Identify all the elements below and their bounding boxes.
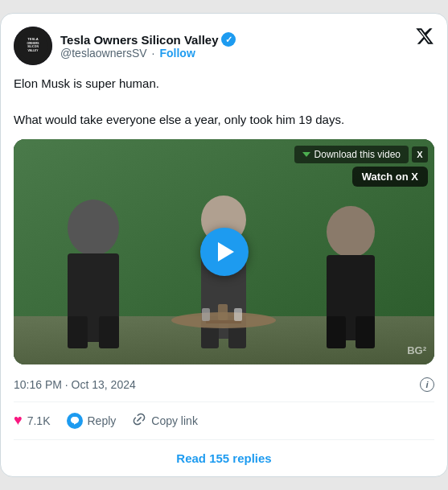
close-video-button[interactable]: X [412,146,428,163]
display-name-text: Tesla Owners Silicon Valley [60,33,218,47]
svg-rect-18 [356,316,375,348]
username: @teslaownersSV [60,47,147,60]
bg2-badge: BG² [407,344,426,356]
video-container[interactable]: Download this video X Watch on X BG² [14,139,434,364]
likes-action[interactable]: ♥ 7.1K [14,412,51,429]
tweet-line2: What would take everyone else a year, on… [14,113,344,126]
reply-label: Reply [88,414,117,427]
likes-count: 7.1K [27,414,51,427]
tweet-card: TESLA OWNERS SILICON VALLEY Tesla Owners… [0,13,448,477]
follow-button[interactable]: Follow [159,47,195,60]
video-overlay: Download this video X Watch on X [294,146,428,187]
download-label: Download this video [314,149,401,160]
svg-text:VALLEY: VALLEY [27,49,39,52]
copy-link-label: Copy link [151,414,198,427]
svg-text:SILICON: SILICON [27,46,39,49]
username-row: @teslaownersSV · Follow [60,47,236,60]
reply-icon [67,413,83,429]
svg-rect-9 [68,316,88,348]
play-button[interactable] [200,228,249,276]
svg-rect-22 [218,304,228,320]
verified-badge: ✓ [221,32,236,47]
info-icon[interactable]: i [420,377,434,392]
svg-text:TESLA: TESLA [27,37,39,41]
display-name: Tesla Owners Silicon Valley ✓ [60,32,236,47]
x-platform-icon[interactable] [415,27,434,46]
timestamp-row: 10:16 PM · Oct 13, 2024 i [14,374,434,402]
svg-rect-21 [202,308,210,321]
watch-on-x-button[interactable]: Watch on X [352,167,428,187]
svg-point-7 [68,200,119,256]
avatar: TESLA OWNERS SILICON VALLEY [14,27,52,65]
timestamp: 10:16 PM · Oct 13, 2024 [14,378,136,391]
svg-rect-17 [327,316,346,348]
link-icon [132,412,146,430]
play-icon [218,242,234,261]
download-icon [302,152,310,157]
download-button[interactable]: Download this video [294,146,409,163]
header-left: TESLA OWNERS SILICON VALLEY Tesla Owners… [14,27,236,65]
dot-separator: · [152,47,155,60]
account-info: Tesla Owners Silicon Valley ✓ @teslaowne… [60,32,236,60]
copy-link-action[interactable]: Copy link [132,412,198,430]
heart-icon: ♥ [14,412,23,429]
tweet-text: Elon Musk is super human. What would tak… [14,75,434,130]
svg-rect-10 [99,316,119,348]
svg-point-15 [327,206,375,257]
svg-rect-23 [234,308,242,321]
tweet-header: TESLA OWNERS SILICON VALLEY Tesla Owners… [14,27,434,65]
reply-action[interactable]: Reply [67,413,117,429]
tweet-line1: Elon Musk is super human. [14,76,159,90]
svg-text:OWNERS: OWNERS [27,42,39,45]
read-replies-label: Read 155 replies [176,451,271,465]
read-replies-button[interactable]: Read 155 replies [14,440,434,476]
actions-row: ♥ 7.1K Reply Copy link [14,402,434,440]
